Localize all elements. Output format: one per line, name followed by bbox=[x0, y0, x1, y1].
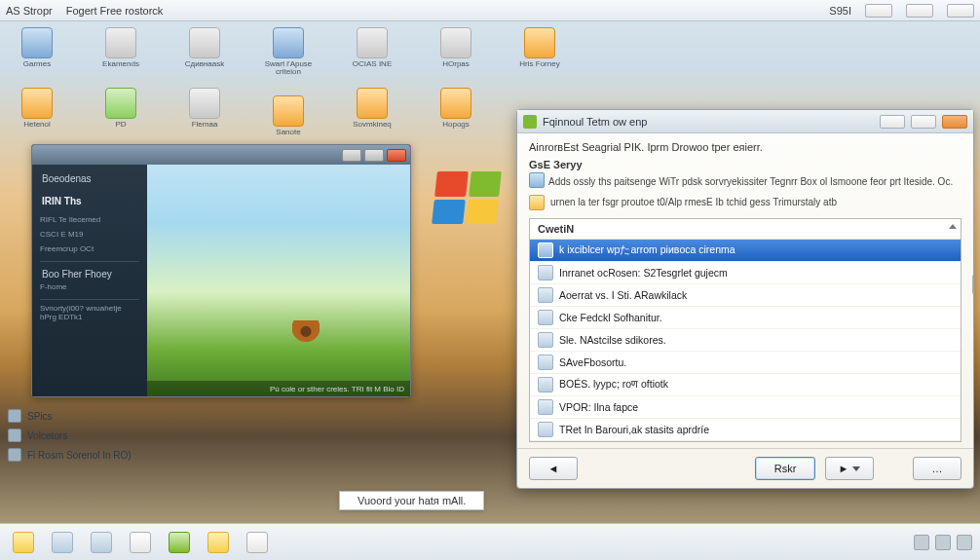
menu-item-2[interactable]: Fogert Free rostorck bbox=[66, 5, 164, 17]
desktop-icon-label: Garmes bbox=[23, 60, 51, 68]
desktop-icon[interactable]: Garmes bbox=[6, 27, 68, 68]
option-icon bbox=[538, 377, 553, 392]
sidebar-item: Freemcrup OCt bbox=[40, 244, 139, 253]
desktop-icon-label: Hris Forney bbox=[519, 60, 559, 68]
scroll-up-button[interactable] bbox=[948, 222, 958, 232]
preview-minimize-button[interactable] bbox=[342, 149, 361, 162]
desktop-icon[interactable]: Sanote bbox=[257, 95, 320, 136]
option-icon bbox=[538, 332, 553, 348]
back-button[interactable]: ◄ bbox=[529, 457, 578, 480]
taskbar-notes[interactable] bbox=[203, 529, 234, 556]
shield-icon bbox=[169, 532, 190, 553]
option-icon bbox=[538, 310, 553, 325]
option-item[interactable]: VPOR: Ilna fapce bbox=[530, 396, 961, 419]
taskbar bbox=[0, 523, 980, 560]
volcetors-icon bbox=[8, 429, 21, 442]
desktop-icon[interactable]: Ekamends bbox=[90, 27, 152, 68]
window-close-button[interactable] bbox=[947, 4, 974, 18]
taskbar-doc[interactable] bbox=[242, 529, 273, 556]
more-button[interactable]: … bbox=[913, 457, 961, 480]
tray-item[interactable]: Volcetors bbox=[8, 429, 132, 442]
desktop-icon[interactable]: OCIAS INE bbox=[341, 27, 403, 68]
taskbar-clock[interactable] bbox=[125, 529, 156, 556]
option-item[interactable]: Cke Fedckl Sofhanitur. bbox=[530, 307, 961, 329]
tray-network-icon[interactable] bbox=[914, 535, 929, 550]
pics-icon bbox=[8, 409, 21, 423]
taskbar-start[interactable] bbox=[8, 529, 39, 556]
option-label: VPOR: Ilna fapce bbox=[559, 401, 638, 413]
taskbar-explorer[interactable] bbox=[47, 529, 78, 556]
preview-sidebar: Boeodenas IRIN Ths RIFL Te Ilecemed CSCI… bbox=[32, 165, 147, 396]
dialog-section-title: GsE Зeryy bbox=[529, 159, 961, 170]
preview-maximize-button[interactable] bbox=[364, 149, 384, 162]
tray-item[interactable]: Fi Rosm Sorenol In RO) bbox=[8, 448, 132, 462]
folder-icon bbox=[189, 88, 220, 119]
primary-button[interactable]: Rskr bbox=[755, 457, 815, 480]
sidebar-item[interactable]: Boo Fher Fhoey bbox=[40, 266, 139, 282]
option-item[interactable]: Inrranet ocRosen: S2Tesgrlet gujecm bbox=[530, 262, 961, 284]
start-icon bbox=[13, 532, 34, 553]
desktop-icon[interactable]: Sovmkineq bbox=[341, 88, 403, 129]
desktop-icon[interactable]: Flemaa bbox=[173, 88, 236, 129]
sidebar-item: RIFL Te Ilecemed bbox=[40, 215, 139, 224]
option-item[interactable]: k ixсiblcer wpたarrom piивoca cirenma bbox=[530, 240, 961, 262]
option-item[interactable]: TRet In Barouri,ak stasits aprdríe bbox=[530, 419, 961, 441]
sidebar-item[interactable]: IRIN Ths bbox=[40, 193, 139, 209]
desktop-icon-label: Sanote bbox=[276, 129, 300, 136]
desktop-icon[interactable]: HOrpas bbox=[425, 27, 487, 68]
desktop-icon[interactable]: Hris Forney bbox=[509, 27, 571, 68]
taskbar-shield[interactable] bbox=[164, 529, 195, 556]
notes-icon bbox=[207, 532, 229, 553]
option-item[interactable]: BOÉS. lyypc; roण оftiotk bbox=[530, 374, 961, 396]
sidebar-item[interactable]: F-home bbox=[40, 282, 139, 291]
folder-icon bbox=[440, 88, 471, 119]
dialog-title: Fqinnoul Tetm ow enp bbox=[543, 116, 647, 128]
desktop-icons: GarmesHetenolEkamendsPDСдивнаaskFlemaaSw… bbox=[6, 27, 571, 136]
doc-icon bbox=[246, 532, 268, 553]
desktop-icon-label: Hopogs bbox=[442, 121, 470, 129]
dialog-close-button[interactable] bbox=[942, 115, 967, 129]
option-item[interactable]: Aoerrat vs. I Sti. ARawkilack bbox=[530, 284, 961, 307]
tray-volume-icon[interactable] bbox=[935, 535, 951, 550]
window-minimize-button[interactable] bbox=[865, 4, 892, 18]
info-icon bbox=[529, 195, 545, 210]
sidebar-footer: Svnorty(i00? wnuahetje bbox=[40, 304, 139, 313]
preview-close-button[interactable] bbox=[387, 149, 406, 162]
next-button[interactable]: ► bbox=[825, 457, 874, 480]
visit-button[interactable]: Visit bbox=[972, 274, 973, 295]
desktop-icon-label: Hetenol bbox=[23, 121, 51, 129]
desktop-icon[interactable]: Hopogs bbox=[425, 88, 487, 129]
dialog-titlebar[interactable]: Fqinnoul Tetm ow enp bbox=[517, 110, 973, 133]
preview-window-titlebar[interactable] bbox=[32, 145, 410, 165]
tray-action-icon[interactable] bbox=[957, 535, 972, 550]
window-maximize-button[interactable] bbox=[906, 4, 933, 18]
folder-icon bbox=[21, 27, 53, 58]
preview-status: Pú cole or sther creles. TRI fit M Bio I… bbox=[147, 381, 410, 396]
folder-icon bbox=[440, 27, 471, 58]
desktop-icon[interactable]: Swart l'Apuse criteion bbox=[257, 27, 320, 76]
menubar-right-label: S95I bbox=[829, 5, 851, 17]
tray-item[interactable]: SPics bbox=[8, 409, 132, 423]
option-item[interactable]: Sle. NAstcilse sdikores. bbox=[530, 329, 961, 352]
tooltip: Vuoord your hatя mAll. bbox=[339, 491, 484, 510]
option-label: Aoerrat vs. I Sti. ARawkilack bbox=[559, 289, 687, 301]
dialog-maximize-button[interactable] bbox=[911, 115, 936, 129]
option-item[interactable]: SAveFbosortu. bbox=[530, 352, 961, 374]
windows-logo-icon bbox=[432, 171, 502, 224]
dialog-minimize-button[interactable] bbox=[880, 115, 905, 129]
folder-icon bbox=[105, 88, 136, 119]
desktop-icon[interactable]: PD bbox=[90, 88, 152, 129]
taskbar-mail[interactable] bbox=[86, 529, 117, 556]
folder-icon bbox=[273, 27, 304, 58]
wallpaper-preview: Pú cole or sther creles. TRI fit M Bio I… bbox=[147, 165, 410, 396]
desktop-icon[interactable]: Hetenol bbox=[6, 88, 68, 129]
sidebar-item[interactable]: Boeodenas bbox=[40, 170, 139, 187]
menu-item-1[interactable]: AS Stropr bbox=[6, 5, 53, 17]
desktop-icon[interactable]: Сдивнаask bbox=[173, 27, 236, 68]
list-caption: CwetiN bbox=[530, 219, 961, 240]
desktop-icon-label: Сдивнаask bbox=[185, 60, 224, 68]
tree-icon bbox=[292, 320, 320, 357]
desktop-icon-label: Ekamends bbox=[102, 60, 139, 68]
option-label: Cke Fedckl Sofhanitur. bbox=[559, 312, 662, 323]
folder-icon bbox=[273, 95, 304, 127]
